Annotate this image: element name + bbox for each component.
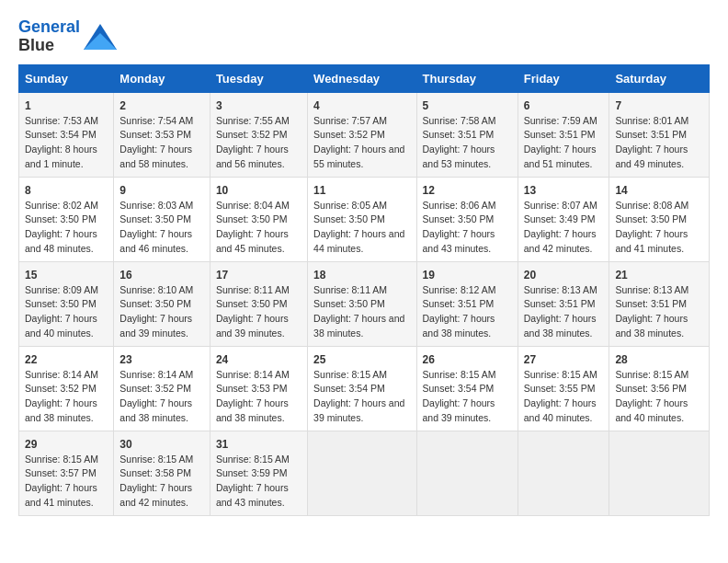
daylight-label: Daylight: 7 hours and 38 minutes. [119, 397, 192, 423]
daylight-label: Daylight: 7 hours and 58 minutes. [119, 144, 192, 169]
day-number: 26 [423, 351, 512, 368]
calendar-cell [416, 431, 518, 515]
day-number: 17 [216, 267, 301, 283]
sunset: Sunset: 3:53 PM [216, 383, 288, 394]
sunset: Sunset: 3:53 PM [119, 129, 191, 140]
calendar-cell: 4Sunrise: 7:57 AMSunset: 3:52 PMDaylight… [308, 92, 416, 177]
daylight-label: Daylight: 8 hours and 1 minute. [25, 144, 97, 169]
sunset: Sunset: 3:54 PM [313, 383, 385, 394]
calendar-cell: 6Sunrise: 7:59 AMSunset: 3:51 PMDaylight… [518, 92, 609, 177]
sunset: Sunset: 3:50 PM [25, 298, 97, 309]
day-number: 28 [615, 351, 703, 368]
day-number: 22 [25, 351, 108, 368]
calendar-cell: 11Sunrise: 8:05 AMSunset: 3:50 PMDayligh… [308, 177, 416, 261]
calendar-week-1: 1Sunrise: 7:53 AMSunset: 3:54 PMDaylight… [19, 92, 710, 177]
calendar-cell: 3Sunrise: 7:55 AMSunset: 3:52 PMDaylight… [210, 92, 307, 177]
sunset: Sunset: 3:50 PM [119, 298, 191, 309]
calendar-cell: 23Sunrise: 8:14 AMSunset: 3:52 PMDayligh… [114, 346, 210, 431]
sunrise: Sunrise: 8:15 AM [216, 454, 290, 465]
day-number: 31 [216, 436, 301, 453]
calendar-cell: 25Sunrise: 8:15 AMSunset: 3:54 PMDayligh… [308, 346, 416, 431]
sunset: Sunset: 3:50 PM [615, 213, 687, 224]
day-number: 2 [119, 98, 204, 114]
daylight-label: Daylight: 7 hours and 53 minutes. [423, 144, 495, 169]
sunset: Sunset: 3:50 PM [119, 213, 191, 224]
sunset: Sunset: 3:58 PM [119, 467, 191, 478]
header-tuesday: Tuesday [210, 64, 307, 92]
sunset: Sunset: 3:51 PM [423, 129, 495, 140]
sunrise: Sunrise: 7:58 AM [423, 115, 496, 126]
day-number: 3 [216, 98, 301, 114]
sunrise: Sunrise: 8:13 AM [524, 284, 597, 295]
day-number: 23 [119, 351, 204, 368]
daylight-label: Daylight: 7 hours and 51 minutes. [524, 144, 597, 169]
calendar-cell: 26Sunrise: 8:15 AMSunset: 3:54 PMDayligh… [416, 346, 518, 431]
header-saturday: Saturday [609, 64, 710, 92]
calendar-cell: 7Sunrise: 8:01 AMSunset: 3:51 PMDaylight… [609, 92, 710, 177]
sunset: Sunset: 3:50 PM [313, 213, 385, 224]
calendar-cell: 20Sunrise: 8:13 AMSunset: 3:51 PMDayligh… [518, 261, 609, 346]
sunset: Sunset: 3:51 PM [423, 298, 495, 309]
daylight-label: Daylight: 7 hours and 38 minutes. [615, 313, 688, 339]
sunset: Sunset: 3:57 PM [25, 467, 97, 478]
day-number: 18 [313, 267, 410, 283]
calendar-cell: 27Sunrise: 8:15 AMSunset: 3:55 PMDayligh… [518, 346, 609, 431]
sunset: Sunset: 3:55 PM [524, 383, 596, 394]
day-number: 7 [615, 98, 703, 114]
daylight-label: Daylight: 7 hours and 40 minutes. [615, 397, 688, 423]
sunrise: Sunrise: 8:02 AM [25, 200, 98, 211]
sunrise: Sunrise: 8:05 AM [313, 200, 387, 211]
sunrise: Sunrise: 7:55 AM [216, 115, 290, 126]
day-number: 5 [423, 98, 512, 114]
sunrise: Sunrise: 7:59 AM [524, 115, 597, 126]
day-number: 30 [119, 436, 204, 453]
logo-icon [84, 24, 117, 50]
daylight-label: Daylight: 7 hours and 55 minutes. [313, 144, 404, 169]
logo-text: GeneralBlue [18, 18, 80, 55]
sunrise: Sunrise: 8:15 AM [25, 454, 98, 465]
calendar-cell: 31Sunrise: 8:15 AMSunset: 3:59 PMDayligh… [210, 431, 307, 515]
day-number: 27 [524, 351, 604, 368]
sunrise: Sunrise: 8:03 AM [119, 200, 193, 211]
calendar-cell: 29Sunrise: 8:15 AMSunset: 3:57 PMDayligh… [19, 431, 114, 515]
sunset: Sunset: 3:52 PM [313, 129, 385, 140]
calendar-cell: 18Sunrise: 8:11 AMSunset: 3:50 PMDayligh… [308, 261, 416, 346]
calendar-cell: 10Sunrise: 8:04 AMSunset: 3:50 PMDayligh… [210, 177, 307, 261]
sunset: Sunset: 3:49 PM [524, 213, 596, 224]
daylight-label: Daylight: 7 hours and 42 minutes. [119, 482, 192, 508]
calendar-cell: 19Sunrise: 8:12 AMSunset: 3:51 PMDayligh… [416, 261, 518, 346]
day-number: 20 [524, 267, 604, 283]
sunset: Sunset: 3:51 PM [615, 298, 687, 309]
calendar-table: SundayMondayTuesdayWednesdayThursdayFrid… [18, 64, 710, 516]
sunset: Sunset: 3:51 PM [524, 129, 596, 140]
header-friday: Friday [518, 64, 609, 92]
calendar-cell: 9Sunrise: 8:03 AMSunset: 3:50 PMDaylight… [114, 177, 210, 261]
sunrise: Sunrise: 7:53 AM [25, 115, 98, 126]
sunrise: Sunrise: 7:57 AM [313, 115, 387, 126]
daylight-label: Daylight: 7 hours and 39 minutes. [119, 313, 192, 339]
sunrise: Sunrise: 8:15 AM [119, 454, 193, 465]
calendar-cell: 2Sunrise: 7:54 AMSunset: 3:53 PMDaylight… [114, 92, 210, 177]
calendar-cell [609, 431, 710, 515]
day-number: 21 [615, 267, 703, 283]
sunset: Sunset: 3:50 PM [216, 213, 288, 224]
calendar-cell: 17Sunrise: 8:11 AMSunset: 3:50 PMDayligh… [210, 261, 307, 346]
day-number: 14 [615, 182, 703, 199]
calendar-cell: 14Sunrise: 8:08 AMSunset: 3:50 PMDayligh… [609, 177, 710, 261]
sunrise: Sunrise: 8:06 AM [423, 200, 496, 211]
header-wednesday: Wednesday [308, 64, 416, 92]
day-number: 29 [25, 436, 108, 453]
sunrise: Sunrise: 8:11 AM [313, 284, 387, 295]
calendar-cell: 24Sunrise: 8:14 AMSunset: 3:53 PMDayligh… [210, 346, 307, 431]
day-number: 15 [25, 267, 108, 283]
daylight-label: Daylight: 7 hours and 45 minutes. [216, 228, 289, 254]
sunrise: Sunrise: 8:15 AM [524, 369, 597, 380]
daylight-label: Daylight: 7 hours and 42 minutes. [524, 228, 597, 254]
day-number: 25 [313, 351, 410, 368]
calendar-cell: 28Sunrise: 8:15 AMSunset: 3:56 PMDayligh… [609, 346, 710, 431]
sunrise: Sunrise: 8:14 AM [119, 369, 193, 380]
daylight-label: Daylight: 7 hours and 39 minutes. [313, 397, 404, 423]
sunset: Sunset: 3:59 PM [216, 467, 288, 478]
sunrise: Sunrise: 8:13 AM [615, 284, 688, 295]
sunset: Sunset: 3:50 PM [313, 298, 385, 309]
